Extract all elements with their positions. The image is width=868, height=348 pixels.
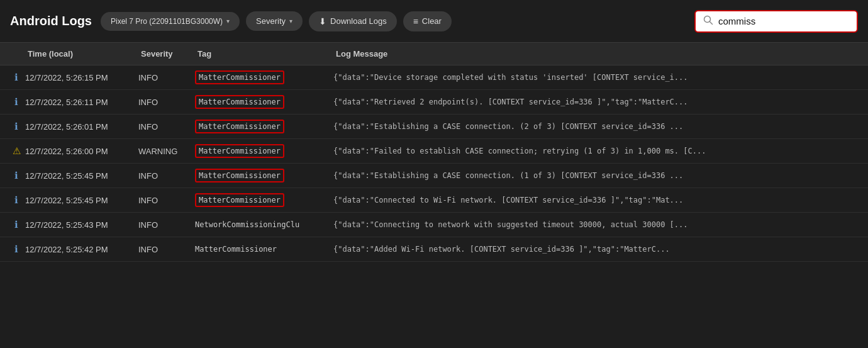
row-severity: INFO <box>138 122 195 132</box>
row-time: 12/7/2022, 5:26:11 PM <box>25 98 138 107</box>
row-time: 12/7/2022, 5:25:45 PM <box>25 171 138 181</box>
app-header: Android Logs Pixel 7 Pro (22091101BG3000… <box>0 0 868 43</box>
table-row[interactable]: ℹ 12/7/2022, 5:25:45 PM INFO MatterCommi… <box>0 164 868 188</box>
row-message: {"data":"Device storage completed with s… <box>333 73 860 82</box>
tag-highlighted: MatterCommissioner <box>195 144 284 158</box>
col-icon <box>8 49 25 59</box>
tag-value: NetworkCommissioningClu <box>195 220 299 229</box>
row-time: 12/7/2022, 5:26:15 PM <box>25 73 138 82</box>
tag-highlighted: MatterCommissioner <box>195 169 284 182</box>
table-header: Time (local) Severity Tag Log Message <box>0 43 868 65</box>
download-label: Download Logs <box>330 16 387 26</box>
table-row[interactable]: ℹ 12/7/2022, 5:26:11 PM INFO MatterCommi… <box>0 90 868 115</box>
col-tag: Tag <box>195 49 333 59</box>
row-severity: INFO <box>138 171 195 181</box>
log-table-body: ℹ 12/7/2022, 5:26:15 PM INFO MatterCommi… <box>0 65 868 262</box>
search-input[interactable] <box>718 16 832 26</box>
tag-highlighted: MatterCommissioner <box>195 95 284 109</box>
row-time: 12/7/2022, 5:25:42 PM <box>25 245 138 254</box>
warning-icon: ⚠ <box>8 145 25 157</box>
row-time: 12/7/2022, 5:25:45 PM <box>25 196 138 205</box>
download-logs-button[interactable]: ⬇ Download Logs <box>309 11 397 31</box>
row-severity: WARNING <box>138 147 195 156</box>
row-message: {"data":"Added Wi-Fi network. [CONTEXT s… <box>333 245 860 254</box>
row-time: 12/7/2022, 5:26:01 PM <box>25 122 138 132</box>
search-bar <box>694 10 858 33</box>
clear-icon: ≡ <box>413 16 418 26</box>
severity-label: Severity <box>256 16 286 26</box>
row-tag: MatterCommissioner <box>195 147 333 155</box>
clear-label: Clear <box>422 16 442 26</box>
info-icon: ℹ <box>8 219 25 230</box>
search-icon <box>703 15 713 28</box>
row-tag: NetworkCommissioningClu <box>195 220 333 229</box>
table-row[interactable]: ⚠ 12/7/2022, 5:26:00 PM WARNING MatterCo… <box>0 139 868 164</box>
device-selector-button[interactable]: Pixel 7 Pro (22091101BG3000W) ▾ <box>101 12 240 31</box>
tag-value: MatterCommissioner <box>195 245 277 254</box>
table-row[interactable]: ℹ 12/7/2022, 5:25:43 PM INFO NetworkComm… <box>0 213 868 237</box>
table-row[interactable]: ℹ 12/7/2022, 5:26:15 PM INFO MatterCommi… <box>0 65 868 90</box>
row-tag: MatterCommissioner <box>195 196 333 205</box>
row-time: 12/7/2022, 5:25:43 PM <box>25 220 138 230</box>
row-message: {"data":"Connected to Wi-Fi network. [CO… <box>333 196 860 205</box>
chevron-down-icon: ▾ <box>226 18 230 25</box>
col-severity: Severity <box>138 49 195 59</box>
svg-line-1 <box>710 21 713 24</box>
row-message: {"data":"Retrieved 2 endpoint(s). [CONTE… <box>333 98 860 106</box>
info-icon: ℹ <box>8 121 25 132</box>
row-message: {"data":"Establishing a CASE connection.… <box>333 171 860 180</box>
row-tag: MatterCommissioner <box>195 98 333 106</box>
row-severity: INFO <box>138 98 195 107</box>
row-time: 12/7/2022, 5:26:00 PM <box>25 147 138 156</box>
chevron-down-icon: ▾ <box>289 18 292 25</box>
download-icon: ⬇ <box>319 16 326 26</box>
info-icon: ℹ <box>8 96 25 108</box>
table-row[interactable]: ℹ 12/7/2022, 5:25:42 PM INFO MatterCommi… <box>0 237 868 262</box>
app-title: Android Logs <box>10 14 92 28</box>
tag-highlighted: MatterCommissioner <box>195 193 284 207</box>
row-message: {"data":"Connecting to network with sugg… <box>333 220 860 229</box>
table-row[interactable]: ℹ 12/7/2022, 5:25:45 PM INFO MatterCommi… <box>0 188 868 213</box>
row-severity: INFO <box>138 220 195 230</box>
tag-highlighted: MatterCommissioner <box>195 120 284 133</box>
row-severity: INFO <box>138 245 195 254</box>
row-tag: MatterCommissioner <box>195 73 333 82</box>
clear-button[interactable]: ≡ Clear <box>403 11 452 31</box>
info-icon: ℹ <box>8 170 25 181</box>
row-tag: MatterCommissioner <box>195 171 333 180</box>
col-message: Log Message <box>333 49 860 59</box>
device-label: Pixel 7 Pro (22091101BG3000W) <box>111 17 223 26</box>
row-severity: INFO <box>138 196 195 205</box>
row-tag: MatterCommissioner <box>195 245 333 254</box>
row-message: {"data":"Failed to establish CASE connec… <box>333 147 860 155</box>
row-message: {"data":"Establishing a CASE connection.… <box>333 122 860 131</box>
row-severity: INFO <box>138 73 195 82</box>
col-time: Time (local) <box>25 49 138 59</box>
severity-filter-button[interactable]: Severity ▾ <box>246 11 303 31</box>
tag-highlighted: MatterCommissioner <box>195 70 284 84</box>
row-tag: MatterCommissioner <box>195 122 333 131</box>
table-row[interactable]: ℹ 12/7/2022, 5:26:01 PM INFO MatterCommi… <box>0 115 868 139</box>
info-icon: ℹ <box>8 244 25 255</box>
info-icon: ℹ <box>8 194 25 206</box>
info-icon: ℹ <box>8 72 25 83</box>
